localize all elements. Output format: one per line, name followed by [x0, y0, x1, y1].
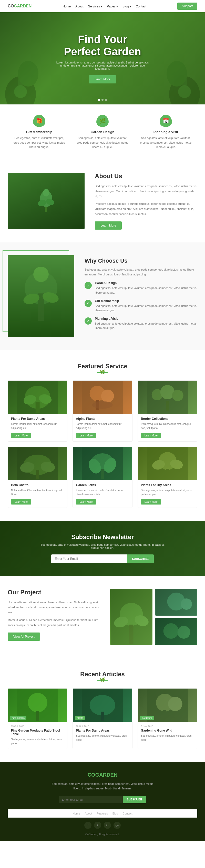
service-btn-1[interactable]: Learn More — [11, 433, 31, 438]
service-btn-6[interactable]: Learn More — [141, 499, 161, 504]
about-cta-button[interactable]: Learn More — [95, 221, 122, 229]
footer-link-features[interactable]: Features — [97, 812, 108, 815]
feature-design-desc: Sed egestas, ante et vulputate volutpat,… — [76, 136, 129, 150]
article-img-2: Plants — [73, 688, 132, 722]
service-card-3: Border Collections Pellentesque nulla. D… — [138, 380, 197, 441]
social-facebook-button[interactable]: f — [84, 822, 91, 829]
dot-2[interactable] — [101, 99, 104, 101]
footer-copyright: CoGarden, All rights reserved. — [8, 833, 197, 836]
why-item-2: ✓ Gift Membership Sed egestas, ante et v… — [85, 299, 197, 313]
service-img-6 — [138, 447, 197, 480]
why-illustration — [8, 255, 74, 337]
article-grid: Fine Garden 15 Oct, 2018 Fine Garden Pro… — [8, 688, 197, 749]
social-twitter-button[interactable]: t — [94, 822, 101, 829]
svg-rect-35 — [36, 470, 39, 479]
svg-point-55 — [181, 598, 192, 610]
svg-point-7 — [178, 85, 191, 98]
service-title-3: Border Collections — [141, 417, 194, 421]
nav-contact[interactable]: Contact — [136, 5, 146, 8]
support-button[interactable]: Support — [177, 3, 197, 10]
why-item-2-desc: Sed egestas, ante et vulputate volutpat,… — [95, 304, 197, 313]
feature-design-title: Garden Design — [76, 130, 129, 134]
article-img-1: Fine Garden — [8, 688, 67, 722]
hero-content: Find Your Perfect Garden Lorem ipsum dol… — [54, 33, 151, 84]
svg-point-58 — [178, 626, 191, 639]
service-desc-2: Lorem ipsum dolor sit amet, consectetur … — [76, 422, 129, 430]
svg-rect-68 — [163, 710, 166, 720]
footer-email-input[interactable] — [59, 796, 123, 803]
why-icon-3: ✓ — [85, 317, 92, 324]
service-title-2: Alpine Plants — [76, 417, 129, 421]
project-cta-button[interactable]: View All Project — [8, 632, 40, 641]
nav-home[interactable]: Home — [62, 5, 71, 8]
featured-title: Featured Service — [8, 363, 197, 370]
why-section: Why Choose Us Sed egestas, ante et vulpu… — [0, 242, 205, 350]
service-img-4 — [8, 447, 67, 480]
why-icon-2: ✓ — [85, 300, 92, 307]
footer-link-contact[interactable]: Contact — [123, 812, 133, 815]
footer-link-about[interactable]: About — [85, 812, 92, 815]
visit-icon: 📅 — [159, 115, 172, 127]
service-btn-5[interactable]: Learn More — [76, 499, 96, 504]
newsletter-email-input[interactable] — [51, 554, 127, 563]
dot-3[interactable] — [105, 99, 107, 101]
service-desc-1: Lorem ipsum dolor sit amet, consectetur … — [11, 422, 64, 430]
nav-about[interactable]: About — [75, 5, 83, 8]
hero-cta-button[interactable]: Learn More — [89, 75, 116, 84]
newsletter-section: Subscribe Newsletter Sed egestas, ante e… — [0, 521, 205, 576]
about-para2: Praesent dapibus, neque id cursus faucib… — [95, 202, 197, 217]
article-img-3: Gardening — [138, 688, 197, 722]
service-img-1 — [8, 381, 67, 414]
footer-social: f t in g+ — [8, 822, 197, 829]
about-image — [8, 173, 85, 229]
hero-section: Find Your Perfect Garden Lorem ipsum dol… — [0, 12, 205, 104]
footer-link-home[interactable]: Home — [72, 812, 80, 815]
article-date-1: 15 Oct, 2018 — [11, 725, 64, 727]
articles-divider — [97, 680, 108, 681]
feature-visit-desc: Sed egestas, ante et vulputate volutpat,… — [139, 136, 192, 150]
dot-1[interactable] — [98, 99, 100, 101]
featured-divider — [97, 372, 108, 373]
hero-description: Lorem ipsum dolor sit amet, consectetur … — [54, 61, 151, 70]
service-btn-4[interactable]: Learn More — [11, 499, 31, 504]
project-title: Our Project — [8, 589, 100, 596]
social-google-button[interactable]: g+ — [114, 822, 121, 829]
service-btn-3[interactable]: Learn More — [141, 433, 161, 438]
footer-subscribe-button[interactable]: SUBSCRIBE — [123, 796, 146, 803]
service-title-6: Plants For Dry Areas — [141, 483, 194, 487]
footer: COGARDEN Sed egestas, ante et vulputate … — [0, 762, 205, 841]
logo-co: CO — [8, 4, 14, 8]
social-linkedin-button[interactable]: in — [104, 822, 111, 829]
featured-service-section: Featured Service Plants For Damp Areas L… — [0, 350, 205, 521]
service-btn-2[interactable]: Learn More — [76, 433, 96, 438]
footer-link-blog[interactable]: Blog — [113, 812, 118, 815]
why-image-wrapper — [8, 255, 74, 337]
why-item-3-title: Planning a Visit — [95, 317, 197, 320]
article-tag-3: Gardening — [140, 716, 154, 720]
why-item-2-title: Gift Membership — [95, 299, 197, 303]
svg-rect-45 — [166, 469, 169, 479]
nav-services[interactable]: Services ▾ — [88, 5, 102, 8]
plant-illustration — [36, 189, 56, 213]
svg-rect-61 — [36, 711, 39, 721]
svg-point-25 — [101, 390, 114, 402]
logo-garden: GARDEN — [14, 4, 31, 8]
svg-point-3 — [14, 85, 27, 98]
svg-point-12 — [43, 189, 49, 196]
nav-pages[interactable]: Pages ▾ — [107, 5, 118, 8]
service-card-6: Plants For Dry Areas Sed egestas, ante e… — [138, 447, 197, 508]
hero-dots — [98, 99, 107, 101]
feature-gift-title: Gift Membership — [13, 130, 66, 134]
footer-logo-co: CO — [88, 772, 95, 778]
newsletter-subscribe-button[interactable]: SUBSCRIBE — [127, 554, 154, 563]
why-image — [8, 255, 74, 337]
why-item-1-desc: Sed egestas, ante et vulputate volutpat,… — [95, 286, 197, 295]
project-para2: Morbi ut lacus nulla sed elementum imper… — [8, 618, 100, 628]
article-card-2: Plants 20 Oct, 2018 Plants For Damp Area… — [72, 688, 132, 749]
nav-blog[interactable]: Blog ▾ — [122, 5, 131, 8]
about-para1: Sed egestas, ante et vulputate volutpat,… — [95, 184, 197, 199]
article-card-3: Gardening 9 Nov, 2018 Gardening Gone Wil… — [138, 688, 197, 749]
feature-gift-desc: Sed egestas, ante et vulputate volutpat,… — [13, 136, 66, 150]
article-tag-1: Fine Garden — [10, 716, 26, 720]
svg-rect-64 — [101, 712, 104, 720]
